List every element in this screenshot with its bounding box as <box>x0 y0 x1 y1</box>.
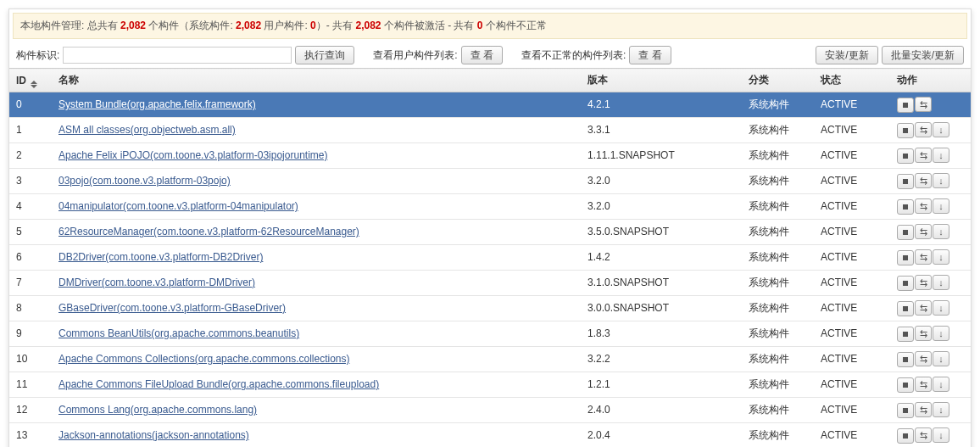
table-row[interactable]: 7DMDriver(com.toone.v3.platform-DMDriver… <box>9 270 971 295</box>
install-button[interactable]: 安装/更新 <box>816 46 877 64</box>
cell-status: ACTIVE <box>814 295 890 321</box>
bundles-table: ID 名称 版本 分类 状态 动作 0System Bundle(org.apa… <box>9 68 971 447</box>
table-row[interactable]: 303pojo(com.toone.v3.platform-03pojo)3.2… <box>9 168 971 193</box>
bundle-link[interactable]: ASM all classes(org.objectweb.asm.all) <box>58 124 236 136</box>
refresh-icon-button[interactable] <box>915 97 932 112</box>
stop-icon-button[interactable] <box>897 428 914 444</box>
stop-icon-button[interactable] <box>897 174 914 189</box>
refresh-icon-button[interactable] <box>915 300 932 316</box>
table-row[interactable]: 12Commons Lang(org.apache.commons.lang)2… <box>9 397 971 422</box>
table-row[interactable]: 404manipulator(com.toone.v3.platform-04m… <box>9 193 971 219</box>
download-icon-button[interactable] <box>933 300 949 316</box>
table-row[interactable]: 10Apache Commons Collections(org.apache.… <box>9 346 971 372</box>
cell-id: 1 <box>9 117 52 142</box>
cell-actions <box>890 117 971 142</box>
download-icon-button[interactable] <box>933 122 949 137</box>
download-icon-button[interactable] <box>933 351 949 366</box>
cell-category: 系统构件 <box>742 372 814 397</box>
stop-icon-button[interactable] <box>897 377 914 393</box>
cell-actions <box>890 219 971 244</box>
bundle-link[interactable]: GBaseDriver(com.toone.v3.platform-GBaseD… <box>58 302 286 314</box>
cell-version: 3.2.0 <box>581 168 742 193</box>
cell-version: 1.8.3 <box>581 321 742 346</box>
col-status[interactable]: 状态 <box>814 69 890 92</box>
cell-actions <box>890 372 971 397</box>
refresh-icon-button[interactable] <box>915 326 932 341</box>
download-icon-button[interactable] <box>933 173 949 188</box>
bundle-link[interactable]: 04manipulator(com.toone.v3.platform-04ma… <box>58 200 298 212</box>
refresh-icon-button[interactable] <box>915 122 932 137</box>
cell-id: 9 <box>9 321 52 346</box>
download-icon-button[interactable] <box>933 148 949 163</box>
refresh-icon-button[interactable] <box>915 402 932 417</box>
col-category[interactable]: 分类 <box>742 69 814 92</box>
bundle-link[interactable]: Jackson-annotations(jackson-annotations) <box>58 429 249 441</box>
download-icon-button[interactable] <box>933 198 949 214</box>
table-row[interactable]: 1ASM all classes(org.objectweb.asm.all)3… <box>9 117 971 142</box>
table-row[interactable]: 13Jackson-annotations(jackson-annotation… <box>9 422 971 447</box>
col-id[interactable]: ID <box>9 69 52 92</box>
table-row[interactable]: 562ResourceManager(com.toone.v3.platform… <box>9 219 971 244</box>
view-bad-button[interactable]: 查 看 <box>629 46 671 64</box>
cell-name: DMDriver(com.toone.v3.platform-DMDriver) <box>52 270 581 295</box>
col-name[interactable]: 名称 <box>52 69 581 92</box>
stop-icon-button[interactable] <box>897 250 914 265</box>
refresh-icon-button[interactable] <box>915 249 932 265</box>
cell-status: ACTIVE <box>814 168 890 193</box>
run-query-button[interactable]: 执行查询 <box>295 46 354 64</box>
refresh-icon-button[interactable] <box>915 148 932 163</box>
download-icon-button[interactable] <box>933 377 949 392</box>
batch-install-button[interactable]: 批量安装/更新 <box>882 46 964 64</box>
cell-category: 系统构件 <box>742 117 814 142</box>
summary-user: 0 <box>310 20 316 31</box>
table-row[interactable]: 0System Bundle(org.apache.felix.framewor… <box>9 92 971 118</box>
bundle-link[interactable]: DMDriver(com.toone.v3.platform-DMDriver) <box>58 277 255 288</box>
col-version[interactable]: 版本 <box>581 69 742 92</box>
bundle-link[interactable]: Commons Lang(org.apache.commons.lang) <box>58 404 257 416</box>
refresh-icon-button[interactable] <box>915 173 932 188</box>
view-user-button[interactable]: 查 看 <box>461 46 503 64</box>
table-row[interactable]: 2Apache Felix iPOJO(com.toone.v3.platfor… <box>9 142 971 168</box>
bundle-link[interactable]: Apache Commons Collections(org.apache.co… <box>58 353 350 365</box>
stop-icon-button[interactable] <box>897 123 914 138</box>
stop-icon-button[interactable] <box>897 98 914 113</box>
refresh-icon-button[interactable] <box>915 351 932 366</box>
cell-id: 12 <box>9 397 52 422</box>
bundle-link[interactable]: Apache Felix iPOJO(com.toone.v3.platform… <box>58 149 327 161</box>
stop-icon-button[interactable] <box>897 276 914 291</box>
bundle-link[interactable]: Apache Commons FileUpload Bundle(org.apa… <box>58 378 379 390</box>
table-row[interactable]: 6DB2Driver(com.toone.v3.platform-DB2Driv… <box>9 244 971 270</box>
cell-actions <box>890 346 971 372</box>
refresh-icon-button[interactable] <box>915 275 932 290</box>
stop-icon-button[interactable] <box>897 148 914 164</box>
cell-version: 3.3.1 <box>581 117 742 142</box>
download-icon-button[interactable] <box>933 224 949 239</box>
bundle-link[interactable]: System Bundle(org.apache.felix.framework… <box>58 98 256 110</box>
bundle-link[interactable]: DB2Driver(com.toone.v3.platform-DB2Drive… <box>58 251 263 263</box>
stop-icon-button[interactable] <box>897 352 914 367</box>
bundle-link[interactable]: Commons BeanUtils(org.apache.commons.bea… <box>58 327 299 339</box>
table-row[interactable]: 9Commons BeanUtils(org.apache.commons.be… <box>9 321 971 346</box>
refresh-icon-button[interactable] <box>915 427 932 443</box>
download-icon-button[interactable] <box>933 249 949 265</box>
refresh-icon-button[interactable] <box>915 198 932 214</box>
refresh-icon-button[interactable] <box>915 224 932 239</box>
table-row[interactable]: 11Apache Commons FileUpload Bundle(org.a… <box>9 372 971 397</box>
bundle-link[interactable]: 03pojo(com.toone.v3.platform-03pojo) <box>58 175 231 187</box>
download-icon-button[interactable] <box>933 402 949 417</box>
cell-actions <box>890 92 971 118</box>
cell-version: 3.1.0.SNAPSHOT <box>581 270 742 295</box>
filter-label: 构件标识: <box>16 48 59 63</box>
stop-icon-button[interactable] <box>897 199 914 215</box>
stop-icon-button[interactable] <box>897 301 914 316</box>
stop-icon-button[interactable] <box>897 327 914 342</box>
download-icon-button[interactable] <box>933 275 949 290</box>
download-icon-button[interactable] <box>933 326 949 341</box>
stop-icon-button[interactable] <box>897 225 914 240</box>
stop-icon-button[interactable] <box>897 403 914 418</box>
filter-input[interactable] <box>63 47 292 64</box>
download-icon-button[interactable] <box>933 427 949 443</box>
table-row[interactable]: 8GBaseDriver(com.toone.v3.platform-GBase… <box>9 295 971 321</box>
bundle-link[interactable]: 62ResourceManager(com.toone.v3.platform-… <box>58 226 359 237</box>
refresh-icon-button[interactable] <box>915 377 932 392</box>
